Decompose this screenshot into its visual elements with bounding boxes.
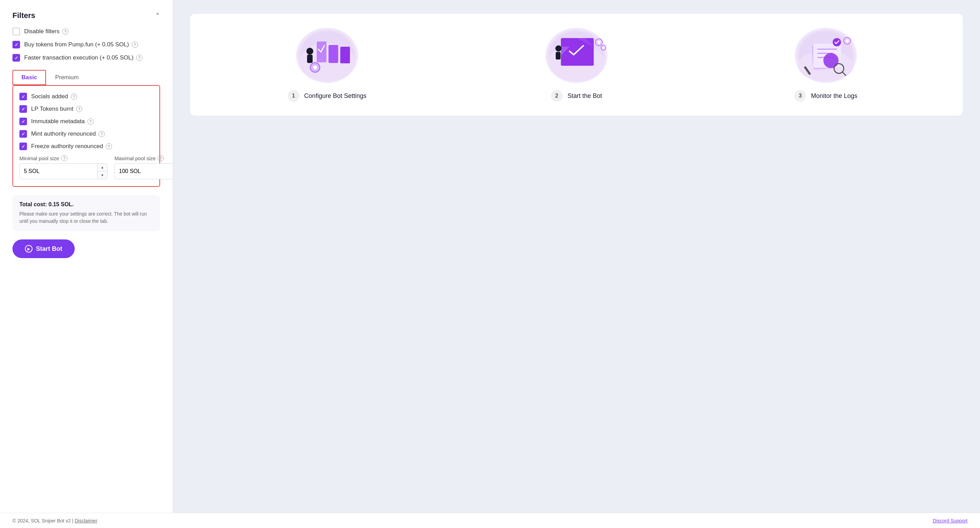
- collapse-icon[interactable]: ⌃: [155, 12, 160, 19]
- play-icon: ▶: [25, 245, 32, 253]
- discord-support-link[interactable]: Discord Support: [933, 518, 967, 523]
- freeze-authority-checkbox[interactable]: [19, 142, 27, 150]
- minimal-pool-help-icon[interactable]: ?: [61, 155, 67, 161]
- disable-filters-help-icon[interactable]: ?: [62, 29, 68, 35]
- filters-header: Filters ⌃: [13, 11, 160, 20]
- svg-point-17: [602, 47, 605, 49]
- tab-basic[interactable]: Basic: [13, 70, 46, 85]
- disable-filters-row: Disable filters ?: [13, 28, 160, 35]
- minimal-pool-down[interactable]: ▼: [97, 171, 107, 179]
- start-illustration: [545, 28, 608, 83]
- minimal-pool-field: Minimal pool size ? ▲ ▼: [19, 155, 108, 179]
- buy-tokens-checkbox[interactable]: [13, 41, 20, 48]
- buy-tokens-help-icon[interactable]: ?: [132, 41, 138, 48]
- lp-tokens-label: LP Tokens burnt ?: [31, 105, 82, 112]
- lp-tokens-row: LP Tokens burnt ?: [19, 105, 153, 113]
- footer-right: Discord Support: [933, 518, 967, 524]
- freeze-authority-label: Freeze authority renounced ?: [31, 143, 112, 150]
- basic-filter-box: Socials added ? LP Tokens burnt ? Immuta…: [13, 85, 160, 187]
- start-bot-label: Start Bot: [36, 245, 62, 253]
- minimal-pool-spinners: ▲ ▼: [97, 164, 107, 179]
- configure-illustration: [296, 28, 358, 83]
- socials-added-checkbox[interactable]: [19, 93, 27, 100]
- total-cost-description: Please make sure your settings are corre…: [19, 211, 153, 225]
- step-2-number: 2: [551, 90, 563, 102]
- svg-rect-2: [329, 45, 338, 63]
- immutable-metadata-help-icon[interactable]: ?: [88, 118, 94, 124]
- maximal-pool-label: Maximal pool size ?: [115, 155, 173, 161]
- mint-authority-checkbox[interactable]: [19, 130, 27, 138]
- freeze-authority-help-icon[interactable]: ?: [106, 143, 112, 150]
- svg-point-29: [846, 40, 849, 42]
- disable-filters-label: Disable filters ?: [24, 28, 68, 35]
- steps-card: 1 Configure Bot Settings: [190, 14, 963, 116]
- svg-point-25: [823, 53, 838, 68]
- disclaimer-link[interactable]: Disclaimer: [75, 518, 97, 523]
- step-1-text: Configure Bot Settings: [304, 93, 367, 100]
- svg-point-30: [833, 38, 841, 46]
- svg-point-5: [313, 65, 317, 70]
- minimal-pool-up[interactable]: ▲: [97, 164, 107, 171]
- start-bot-button[interactable]: ▶ Start Bot: [13, 239, 75, 258]
- maximal-pool-input[interactable]: [115, 165, 173, 178]
- monitor-illustration: [795, 28, 857, 83]
- faster-tx-label: Faster transaction execution (+ 0.05 SOL…: [24, 54, 142, 61]
- pool-size-row: Minimal pool size ? ▲ ▼ Maximal pool siz…: [19, 155, 153, 179]
- socials-added-help-icon[interactable]: ?: [71, 93, 77, 100]
- maximal-pool-help-icon[interactable]: ?: [158, 155, 164, 161]
- step-3-label-row: 3 Monitor the Logs: [794, 90, 857, 102]
- disable-filters-checkbox[interactable]: [13, 28, 20, 35]
- footer-copyright: © 2024, SOL Sniper Bot v2 |: [13, 518, 73, 523]
- tabs-row: Basic Premium: [13, 70, 160, 85]
- immutable-metadata-label: Immutable metadata ?: [31, 118, 94, 125]
- socials-added-row: Socials added ?: [19, 93, 153, 100]
- mint-authority-help-icon[interactable]: ?: [99, 131, 105, 137]
- immutable-metadata-row: Immutable metadata ?: [19, 118, 153, 125]
- step-1-label-row: 1 Configure Bot Settings: [288, 90, 367, 102]
- minimal-pool-input[interactable]: [20, 165, 97, 178]
- footer-left: © 2024, SOL Sniper Bot v2 | Disclaimer: [13, 518, 97, 523]
- immutable-metadata-checkbox[interactable]: [19, 118, 27, 125]
- minimal-pool-label: Minimal pool size ?: [19, 155, 108, 161]
- svg-rect-3: [340, 47, 350, 63]
- faster-tx-row: Faster transaction execution (+ 0.05 SOL…: [13, 54, 160, 62]
- step-3-item: 3 Monitor the Logs: [706, 28, 945, 102]
- minimal-pool-input-wrapper: ▲ ▼: [19, 163, 108, 179]
- step-1-number: 1: [288, 90, 299, 102]
- right-panel: 1 Configure Bot Settings: [173, 0, 980, 513]
- total-cost-box: Total cost: 0.15 SOL. Please make sure y…: [13, 195, 160, 231]
- mint-authority-row: Mint authority renounced ?: [19, 130, 153, 138]
- footer: © 2024, SOL Sniper Bot v2 | Disclaimer D…: [0, 513, 980, 528]
- maximal-pool-field: Maximal pool size ? ▲ ▼: [115, 155, 173, 179]
- buy-tokens-row: Buy tokens from Pump.fun (+ 0.05 SOL) ?: [13, 41, 160, 48]
- left-panel: Filters ⌃ Disable filters ? Buy tokens f…: [0, 0, 173, 513]
- faster-tx-help-icon[interactable]: ?: [136, 55, 142, 61]
- tab-premium[interactable]: Premium: [46, 70, 88, 85]
- svg-rect-1: [317, 41, 326, 62]
- buy-tokens-label: Buy tokens from Pump.fun (+ 0.05 SOL) ?: [24, 41, 138, 48]
- step-2-label-row: 2 Start the Bot: [551, 90, 602, 102]
- lp-tokens-checkbox[interactable]: [19, 105, 27, 113]
- filters-title: Filters: [13, 11, 35, 20]
- mint-authority-label: Mint authority renounced ?: [31, 131, 105, 137]
- total-cost-title: Total cost: 0.15 SOL.: [19, 201, 153, 207]
- step-1-item: 1 Configure Bot Settings: [207, 28, 446, 102]
- step-3-text: Monitor the Logs: [811, 93, 857, 100]
- socials-added-label: Socials added ?: [31, 93, 77, 100]
- svg-point-12: [555, 45, 562, 51]
- faster-tx-checkbox[interactable]: [13, 54, 20, 62]
- svg-rect-7: [307, 55, 313, 63]
- svg-point-6: [306, 48, 313, 55]
- svg-rect-13: [556, 52, 560, 59]
- maximal-pool-input-wrapper: ▲ ▼: [115, 163, 173, 179]
- step-2-text: Start the Bot: [568, 93, 602, 100]
- freeze-authority-row: Freeze authority renounced ?: [19, 142, 153, 150]
- step-2-item: 2 Start the Bot: [457, 28, 696, 102]
- step-3-number: 3: [794, 90, 806, 102]
- lp-tokens-help-icon[interactable]: ?: [76, 106, 82, 112]
- svg-point-15: [598, 41, 600, 44]
